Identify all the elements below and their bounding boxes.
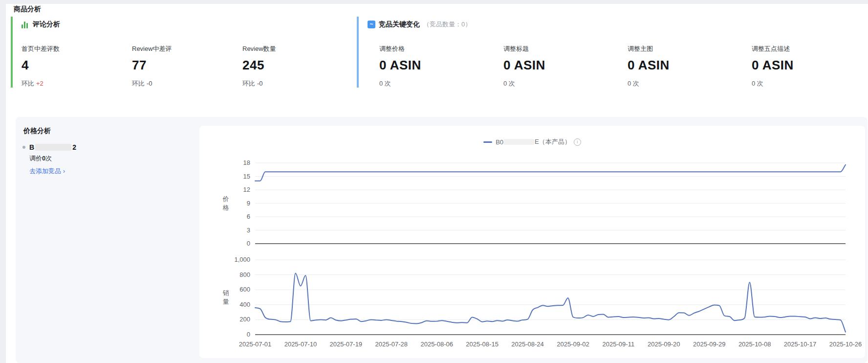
metric-label: 调整五点描述: [752, 45, 790, 53]
asin-list-item: B2: [22, 143, 76, 151]
metric-value: 0 ASIN: [628, 58, 670, 73]
metric-review-bad: Review中差评 77 环比-0: [132, 17, 239, 88]
svg-text:销: 销: [223, 289, 229, 296]
metric-sub: 环比+2: [22, 79, 43, 88]
svg-text:2025-08-15: 2025-08-15: [466, 340, 499, 348]
delta-value: -0: [147, 80, 152, 87]
review-analysis-card: 评论分析 首页中差评数 4 环比+2 Review中差评 77 环比-0 Rev…: [11, 17, 355, 88]
svg-text:18: 18: [243, 159, 250, 166]
metric-sub: 环比-0: [242, 79, 263, 88]
metric-value: 0 ASIN: [503, 58, 545, 73]
adjust-prefix: 调价: [29, 155, 42, 162]
svg-text:200: 200: [239, 316, 250, 323]
metric-review-count: Review数量 245 环比-0: [242, 17, 350, 88]
svg-text:2025-08-06: 2025-08-06: [420, 340, 453, 348]
metric-adjust-price: 调整价格 0 ASIN 0 次: [379, 17, 487, 88]
bullet-dot: [22, 146, 25, 149]
svg-text:2025-10-08: 2025-10-08: [738, 340, 771, 348]
svg-text:2025-07-28: 2025-07-28: [375, 340, 408, 348]
delta-value: +2: [36, 80, 43, 87]
metric-label: 调整主图: [628, 45, 653, 53]
metric-value: 0 ASIN: [752, 58, 794, 73]
svg-text:9: 9: [247, 200, 250, 207]
svg-text:800: 800: [239, 271, 250, 278]
adjust-suffix: 次: [45, 155, 52, 162]
price-sales-chart-canvas: 0369121518价格02004006008001,000销量2025-07-…: [211, 141, 865, 351]
metric-homepage-bad-reviews: 首页中差评数 4 环比+2: [22, 17, 129, 88]
svg-text:2025-10-26: 2025-10-26: [829, 340, 862, 348]
metric-sub: 0 次: [752, 79, 763, 88]
metric-sub: 0 次: [503, 79, 515, 88]
wave-line-icon: ~: [368, 21, 375, 28]
svg-text:格: 格: [223, 204, 229, 211]
metric-value: 4: [22, 58, 29, 73]
svg-text:15: 15: [243, 173, 250, 180]
metric-sub: 0 次: [628, 79, 639, 88]
price-adjust-count: 调价0次: [29, 154, 52, 163]
svg-text:6: 6: [247, 213, 250, 220]
asin-code: B2: [29, 143, 76, 151]
delta-value: -0: [257, 80, 263, 87]
metric-adjust-main-image: 调整主图 0 ASIN 0 次: [628, 17, 735, 88]
metric-label: 调整标题: [503, 45, 529, 53]
svg-text:600: 600: [239, 286, 250, 293]
metric-label: Review数量: [242, 45, 276, 53]
svg-text:1,000: 1,000: [234, 256, 250, 263]
price-analysis-panel: 价格分析 B2 调价0次 去添加竞品› B0 E（本产品） i 03691215…: [16, 117, 868, 363]
metric-label: 首页中差评数: [22, 45, 60, 53]
price-panel-title: 价格分析: [23, 127, 51, 136]
svg-text:0: 0: [247, 240, 250, 247]
chart-card: B0 E（本产品） i 0369121518价格02004006008001,0…: [199, 126, 865, 358]
metric-value: 245: [242, 58, 264, 73]
metric-value: 77: [132, 58, 147, 73]
page-title: 商品分析: [14, 5, 41, 14]
metric-sub: 环比-0: [132, 79, 152, 88]
asin-suffix: 2: [72, 143, 76, 151]
svg-text:3: 3: [247, 227, 250, 234]
asin-prefix: B: [29, 143, 34, 151]
add-competitor-label: 去添加竞品: [29, 167, 61, 176]
ratio-label: 环比: [22, 80, 34, 87]
ratio-label: 环比: [132, 80, 145, 87]
svg-text:2025-08-24: 2025-08-24: [511, 340, 544, 348]
svg-text:价: 价: [222, 195, 229, 203]
ratio-label: 环比: [242, 80, 255, 87]
svg-text:2025-10-17: 2025-10-17: [784, 340, 817, 348]
svg-text:量: 量: [223, 298, 229, 305]
metric-value: 0 ASIN: [379, 58, 421, 73]
svg-text:0: 0: [247, 331, 250, 338]
metric-sub: 0 次: [379, 79, 391, 88]
svg-text:2025-07-01: 2025-07-01: [239, 340, 272, 348]
svg-text:2025-09-29: 2025-09-29: [693, 340, 726, 348]
svg-text:12: 12: [243, 186, 250, 193]
main-panel: 商品分析 评论分析 首页中差评数 4 环比+2 Review中差评 77 环比-…: [6, 4, 868, 363]
metric-adjust-title: 调整标题 0 ASIN 0 次: [503, 17, 611, 88]
add-competitor-link[interactable]: 去添加竞品›: [29, 167, 65, 176]
svg-text:2025-07-19: 2025-07-19: [330, 340, 363, 348]
metric-label: 调整价格: [379, 45, 405, 53]
metric-label: Review中差评: [132, 45, 172, 53]
svg-text:2025-09-02: 2025-09-02: [557, 340, 589, 348]
svg-text:400: 400: [239, 301, 250, 308]
svg-text:2025-07-10: 2025-07-10: [284, 340, 317, 348]
chevron-right-icon: ›: [63, 168, 65, 175]
competitor-changes-card: ~ 竞品关键变化 （竞品数量：0） 调整价格 0 ASIN 0 次 调整标题 0…: [357, 17, 867, 88]
blurred-asin-segment: [35, 144, 71, 151]
metric-adjust-bullets: 调整五点描述 0 ASIN 0 次: [752, 17, 859, 88]
svg-text:2025-09-20: 2025-09-20: [648, 340, 680, 348]
svg-text:2025-09-11: 2025-09-11: [603, 340, 635, 348]
